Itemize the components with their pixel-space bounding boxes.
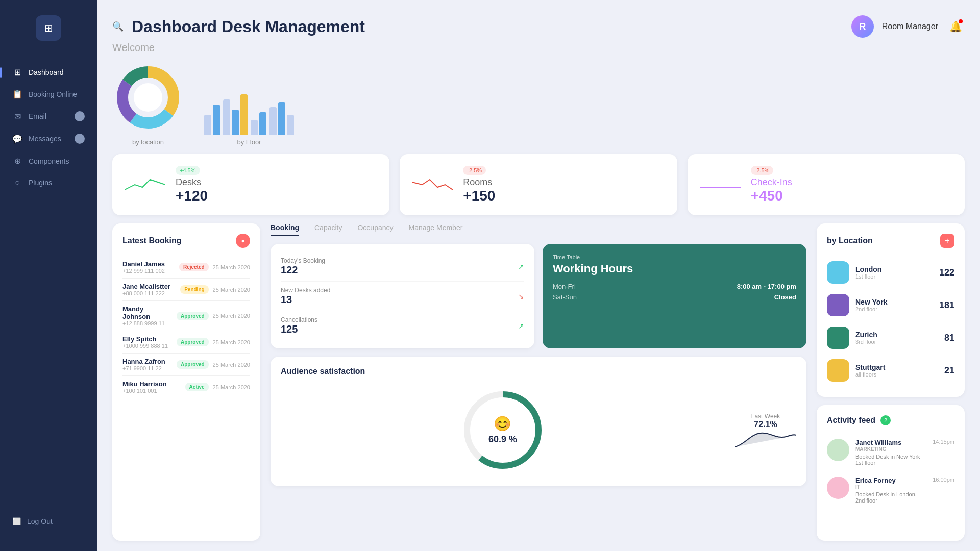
avatar	[827, 439, 849, 461]
booking-phone: +12 999 111 002	[122, 268, 175, 274]
donut-chart: by location	[112, 62, 184, 146]
booking-info: Elly Spitch +1000 999 888 11	[122, 335, 173, 349]
trend-up-icon: ↗	[518, 263, 524, 271]
tab-booking[interactable]: Booking	[271, 223, 299, 236]
bar	[251, 120, 258, 135]
sparkline-svg	[735, 429, 796, 449]
bar	[204, 115, 211, 135]
sidebar-item-label: Components	[29, 157, 69, 165]
table-row: Daniel James +12 999 111 002 Rejected 25…	[122, 256, 250, 279]
audience-content: 😊 60.9 % Last Week 72.1%	[281, 384, 796, 476]
booking-name: Elly Spitch	[122, 335, 173, 343]
notification-bell[interactable]: 🔔	[946, 17, 965, 36]
metric-row-cancellations: Cancellations 125 ↗	[281, 311, 524, 340]
metric-label: New Desks added	[281, 287, 330, 294]
center-content: Booking Capacity Occupancy Manage Member…	[271, 223, 806, 541]
logout-label: Log Out	[27, 517, 53, 525]
table-row: Hanna Zafron +71 9900 11 22 Approved 25 …	[122, 354, 250, 376]
bar-chart-bars	[204, 89, 294, 135]
activity-feed-card: Activity feed 2 Janet Williams Marketing…	[817, 405, 965, 541]
trend-down-icon: ↘	[518, 292, 524, 300]
avatar	[827, 477, 849, 499]
sidebar-item-dashboard[interactable]: ⊞ Dashboard	[0, 61, 97, 83]
sidebar: ⊞ ⊞ Dashboard 📋 Booking Online ✉ Email 💬…	[0, 0, 97, 551]
location-floor: 3rd floor	[855, 339, 938, 345]
timetable-title: Working Hours	[553, 262, 796, 276]
tab-capacity[interactable]: Capacity	[314, 223, 342, 236]
tab-manage-member[interactable]: Manage Member	[409, 223, 463, 236]
sidebar-item-components[interactable]: ⊕ Components	[0, 150, 97, 172]
stat-card-rooms: -2.5% Rooms +150	[400, 154, 677, 215]
location-color-newyork	[827, 294, 849, 316]
sidebar-item-messages[interactable]: 💬 Messages	[0, 128, 97, 150]
right-panel: by Location + London 1st floor 122 New Y…	[817, 223, 965, 541]
logout-button[interactable]: ⬜ Log Out	[0, 507, 97, 536]
location-title: by Location	[827, 236, 873, 245]
activity-dept: IT	[855, 484, 926, 490]
rooms-wavy-icon	[412, 174, 453, 195]
bar-group-2	[223, 94, 248, 135]
list-item: Erica Forney IT Booked Desk in London, 2…	[827, 471, 954, 509]
booking-date: 25 March 2020	[213, 264, 250, 270]
sidebar-item-email[interactable]: ✉ Email	[0, 105, 97, 128]
booking-name: Hanna Zafron	[122, 358, 173, 365]
bar-group-4	[270, 102, 294, 135]
bar	[232, 110, 239, 135]
bar	[240, 94, 248, 135]
desks-value: +120	[176, 188, 377, 204]
add-location-button[interactable]: +	[940, 234, 954, 248]
metric-value: 125	[281, 323, 317, 335]
tab-occupancy[interactable]: Occupancy	[357, 223, 393, 236]
list-item: Zurich 3rd floor 81	[827, 321, 954, 354]
activity-description: Booked Desk in New York 1st floor	[855, 454, 926, 466]
sidebar-item-label: Plugins	[29, 179, 52, 187]
status-badge: Approved	[177, 312, 209, 320]
location-info: London 1st floor	[855, 265, 933, 280]
bar-chart: by Floor	[204, 89, 294, 146]
timetable-label: Time Table	[553, 254, 796, 260]
sidebar-item-plugins[interactable]: ○ Plugins	[0, 172, 97, 193]
status-badge: Approved	[177, 360, 209, 369]
sidebar-item-booking[interactable]: 📋 Booking Online	[0, 83, 97, 105]
gauge-emoji: 😊	[488, 415, 517, 432]
timetable-card: Time Table Working Hours Mon-Fri 8:00 am…	[543, 244, 806, 348]
booking-info: Mandy Johnson +12 888 9999 11	[122, 305, 173, 327]
list-item: London 1st floor 122	[827, 256, 954, 289]
activity-info: Erica Forney IT Booked Desk in London, 2…	[855, 477, 926, 504]
location-color-stuttgart	[827, 359, 849, 382]
location-color-london	[827, 261, 849, 284]
components-icon: ⊕	[12, 156, 22, 166]
booking-name: Mandy Johnson	[122, 305, 173, 320]
activity-user-name: Erica Forney	[855, 477, 926, 484]
stat-card-desks: +4.5% Desks +120	[112, 154, 389, 215]
booking-icon: 📋	[12, 89, 22, 99]
rooms-value: +150	[463, 188, 665, 204]
location-name: London	[855, 265, 933, 273]
rooms-badge: -2.5%	[463, 166, 486, 175]
page-title: Dashboard Desk Management	[132, 17, 843, 36]
latest-booking-action[interactable]: ●	[236, 234, 250, 248]
bar	[213, 105, 220, 135]
bar	[270, 107, 277, 135]
timetable-day: Mon-Fri	[553, 283, 576, 290]
metric-row-booking: Today's Booking 122 ↗	[281, 252, 524, 282]
timetable-row-weekday: Mon-Fri 8:00 am - 17:00 pm	[553, 283, 796, 290]
tabs-bar: Booking Capacity Occupancy Manage Member	[271, 223, 806, 236]
list-item: New York 2nd floor 181	[827, 289, 954, 321]
booking-list: Daniel James +12 999 111 002 Rejected 25…	[122, 256, 250, 398]
latest-booking-card: Latest Booking ● Daniel James +12 999 11…	[112, 223, 260, 541]
booking-info: Jane Mcalistter +88 000 111 222	[122, 283, 176, 296]
booking-name: Jane Mcalistter	[122, 283, 176, 290]
bar	[278, 102, 285, 135]
trend-up-icon: ↗	[518, 322, 524, 330]
desks-info: +4.5% Desks +120	[176, 165, 377, 204]
location-info: Stuttgart all floors	[855, 363, 938, 378]
metric-row-desks: New Desks added 13 ↘	[281, 282, 524, 311]
timetable-time: Closed	[774, 293, 796, 301]
bar	[223, 99, 230, 135]
location-count: 21	[944, 365, 954, 376]
sidebar-item-label: Email	[29, 112, 46, 120]
audience-stats: Last Week 72.1%	[735, 409, 796, 452]
booking-name: Daniel James	[122, 260, 175, 268]
sidebar-navigation: ⊞ Dashboard 📋 Booking Online ✉ Email 💬 M…	[0, 61, 97, 507]
